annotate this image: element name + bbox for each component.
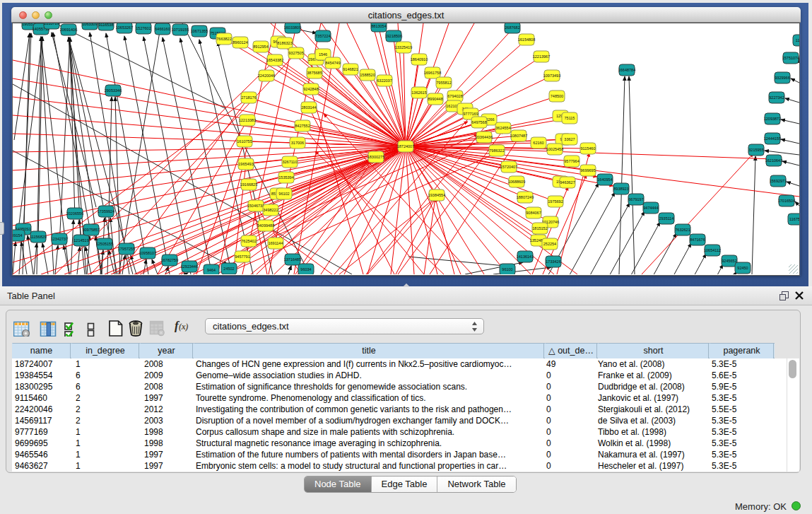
svg-text:12923446: 12923446 [181, 264, 198, 269]
svg-text:19166825: 19166825 [240, 182, 257, 187]
svg-text:8990448: 8990448 [428, 97, 442, 101]
svg-text:8471676: 8471676 [690, 238, 705, 242]
svg-text:10807487: 10807487 [510, 134, 527, 138]
svg-text:96034: 96034 [300, 267, 311, 271]
svg-text:10654112: 10654112 [704, 248, 721, 252]
svg-text:9474444: 9474444 [643, 206, 658, 210]
svg-text:9084067: 9084067 [526, 211, 541, 215]
svg-text:7663822: 7663822 [216, 37, 231, 41]
svg-text:9146821: 9146821 [343, 67, 358, 71]
svg-text:17957255: 17957255 [118, 247, 135, 251]
svg-text:3624554: 3624554 [495, 126, 510, 130]
svg-text:9463627: 9463627 [560, 180, 575, 185]
svg-text:8813054: 8813054 [371, 24, 386, 28]
svg-text:7632621: 7632621 [675, 228, 690, 232]
svg-text:1214519: 1214519 [73, 238, 88, 243]
svg-text:9227342: 9227342 [769, 95, 784, 100]
svg-text:9699695: 9699695 [580, 168, 595, 173]
svg-text:6322037: 6322037 [377, 78, 392, 83]
svg-text:8427552: 8427552 [295, 124, 310, 128]
svg-text:1063309: 1063309 [82, 23, 97, 26]
svg-text:15692971: 15692971 [770, 179, 787, 183]
svg-text:13716485: 13716485 [284, 257, 301, 262]
svg-text:2135719: 2135719 [44, 23, 59, 25]
svg-text:62160: 62160 [533, 141, 543, 145]
svg-text:9457791: 9457791 [235, 255, 249, 259]
svg-text:19384554: 19384554 [428, 193, 445, 197]
svg-text:6679197: 6679197 [628, 197, 643, 201]
svg-text:16648784: 16648784 [618, 68, 635, 72]
svg-text:12093872: 12093872 [764, 117, 781, 121]
svg-text:16210643: 16210643 [765, 158, 782, 163]
svg-text:9329966: 9329966 [775, 76, 789, 80]
svg-text:10958107: 10958107 [139, 251, 156, 255]
svg-text:10653267: 10653267 [116, 25, 133, 30]
svg-text:11124: 11124 [796, 38, 799, 42]
svg-text:3267110: 3267110 [282, 160, 297, 164]
svg-text:92450: 92450 [737, 266, 748, 270]
svg-text:19218506: 19218506 [385, 34, 402, 38]
svg-text:1610755: 1610755 [237, 139, 252, 144]
svg-text:18300275: 18300275 [367, 155, 384, 159]
svg-text:116753: 116753 [789, 217, 799, 221]
svg-text:2935114: 2935114 [659, 216, 673, 221]
svg-text:15751074: 15751074 [782, 56, 799, 60]
svg-text:15720407: 15720407 [500, 165, 517, 169]
svg-text:24502: 24502 [223, 267, 234, 271]
svg-text:2803144: 2803144 [301, 105, 316, 110]
svg-text:1362615: 1362615 [411, 90, 426, 95]
svg-text:317006: 317006 [291, 141, 304, 145]
svg-text:9577964: 9577964 [564, 159, 579, 163]
svg-text:96102: 96102 [278, 192, 289, 196]
svg-text:6466160: 6466160 [155, 27, 170, 31]
svg-text:15046738: 15046738 [247, 204, 264, 208]
svg-text:20206556: 20206556 [66, 211, 83, 216]
svg-text:16033809: 16033809 [284, 25, 301, 30]
svg-text:6497568: 6497568 [471, 120, 486, 124]
svg-text:1588520: 1588520 [360, 73, 375, 77]
svg-text:10025458: 10025458 [546, 147, 563, 151]
svg-text:1527602: 1527602 [136, 26, 151, 30]
svg-text:22420046: 22420046 [258, 74, 275, 78]
svg-text:96100: 96100 [502, 267, 512, 271]
svg-text:12444155: 12444155 [764, 136, 781, 141]
svg-text:18640910: 18640910 [411, 57, 428, 62]
svg-text:1965493: 1965493 [238, 162, 253, 166]
svg-text:29053346: 29053346 [105, 88, 122, 93]
svg-text:16782759: 16782759 [161, 258, 178, 262]
svg-text:12213383: 12213383 [239, 118, 256, 122]
svg-text:17016504: 17016504 [778, 199, 795, 203]
svg-text:1975692: 1975692 [548, 199, 563, 204]
svg-text:54099488: 54099488 [257, 223, 274, 228]
svg-text:9115460: 9115460 [580, 146, 595, 151]
svg-text:1546: 1546 [319, 52, 327, 57]
svg-text:1640954: 1640954 [597, 177, 612, 182]
svg-text:2718176: 2718176 [241, 95, 256, 100]
svg-text:1535394: 1535394 [278, 175, 293, 180]
svg-text:17359924: 17359924 [98, 209, 114, 214]
svg-text:9777169: 9777169 [463, 112, 478, 116]
svg-text:7955812: 7955812 [436, 81, 451, 85]
svg-text:30975857: 30975857 [83, 228, 100, 232]
svg-text:14136141: 14136141 [517, 255, 534, 259]
svg-text:3215955: 3215955 [748, 148, 763, 152]
svg-text:3875685: 3875685 [307, 71, 322, 75]
svg-text:8186323: 8186323 [277, 41, 292, 45]
svg-text:2687682: 2687682 [505, 25, 519, 30]
svg-text:18724007: 18724007 [397, 144, 414, 148]
svg-text:7625402: 7625402 [241, 239, 256, 243]
svg-text:7986322: 7986322 [489, 148, 504, 153]
svg-text:1691144: 1691144 [268, 241, 283, 245]
svg-text:13325419: 13325419 [395, 45, 412, 49]
svg-text:11156829: 11156829 [30, 235, 47, 239]
svg-text:18807249: 18807249 [517, 195, 534, 199]
svg-text:20691406: 20691406 [60, 28, 77, 32]
svg-text:10671355: 10671355 [191, 29, 208, 33]
svg-text:748500: 748500 [551, 94, 563, 98]
svg-text:1733426: 1733426 [546, 259, 560, 264]
svg-text:9327505: 9327505 [288, 51, 303, 55]
svg-text:9116538: 9116538 [98, 23, 113, 27]
svg-text:9245652: 9245652 [722, 259, 736, 263]
svg-text:3498222: 3498222 [263, 208, 278, 212]
svg-text:1815152: 1815152 [532, 226, 547, 230]
